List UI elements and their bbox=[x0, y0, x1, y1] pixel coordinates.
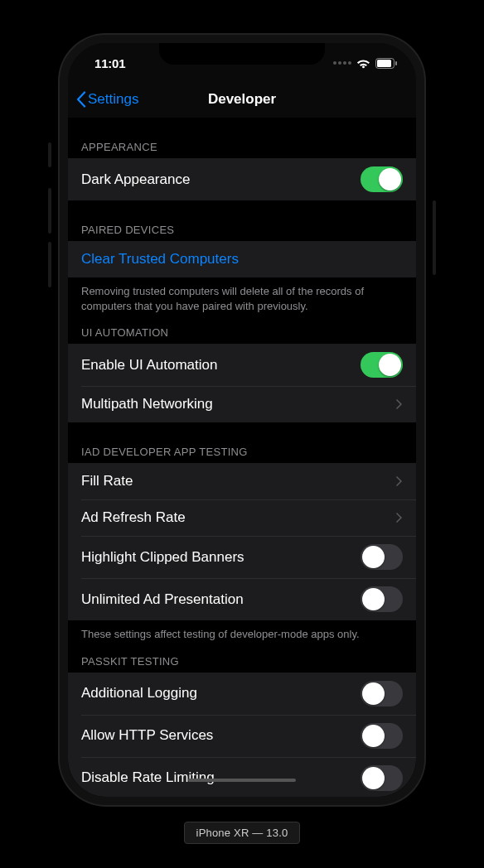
row-label: Multipath Networking bbox=[81, 396, 213, 412]
device-frame: 11:01 Settings Developer bbox=[60, 35, 424, 805]
svg-rect-2 bbox=[395, 61, 397, 65]
chevron-right-icon bbox=[396, 512, 403, 523]
page-title: Developer bbox=[208, 91, 276, 108]
section-footer-iad: These settings affect testing of develop… bbox=[68, 620, 416, 647]
row-clear-trusted[interactable]: Clear Trusted Computers bbox=[68, 241, 416, 277]
section-header-passkit: PASSKIT TESTING bbox=[68, 647, 416, 673]
row-label: Ad Refresh Rate bbox=[81, 509, 186, 526]
section-header-iad: IAD DEVELOPER APP TESTING bbox=[68, 422, 416, 463]
toggle-unlimited-ad[interactable] bbox=[361, 586, 403, 612]
row-dark-appearance[interactable]: Dark Appearance bbox=[68, 158, 416, 200]
chevron-left-icon bbox=[75, 90, 86, 108]
toggle-additional-logging[interactable] bbox=[361, 681, 403, 706]
row-label: Clear Trusted Computers bbox=[81, 251, 239, 268]
chevron-right-icon bbox=[396, 475, 403, 487]
row-multipath-networking[interactable]: Multipath Networking bbox=[68, 386, 416, 422]
battery-icon bbox=[375, 58, 398, 69]
toggle-highlight-clipped[interactable] bbox=[361, 544, 403, 570]
row-label: Allow HTTP Services bbox=[81, 727, 213, 744]
row-allow-http[interactable]: Allow HTTP Services bbox=[68, 715, 416, 757]
row-label: Additional Logging bbox=[81, 685, 197, 702]
row-highlight-clipped[interactable]: Highlight Clipped Banners bbox=[68, 536, 416, 578]
cellular-dots-icon bbox=[333, 61, 351, 65]
row-fill-rate[interactable]: Fill Rate bbox=[68, 463, 416, 499]
row-label: Dark Appearance bbox=[81, 171, 190, 188]
row-label: Fill Rate bbox=[81, 473, 133, 489]
svg-rect-1 bbox=[377, 60, 391, 67]
section-header-appearance: APPEARANCE bbox=[68, 118, 416, 158]
toggle-dark-appearance[interactable] bbox=[361, 166, 403, 192]
row-enable-ui-automation[interactable]: Enable UI Automation bbox=[68, 344, 416, 386]
device-caption: iPhone XR — 13.0 bbox=[184, 822, 301, 844]
navigation-bar: Settings Developer bbox=[68, 81, 416, 118]
row-label: Highlight Clipped Banners bbox=[81, 549, 244, 566]
toggle-ui-automation[interactable] bbox=[361, 352, 403, 378]
toggle-allow-http[interactable] bbox=[361, 723, 403, 749]
silence-switch bbox=[48, 142, 51, 167]
row-unlimited-ad[interactable]: Unlimited Ad Presentation bbox=[68, 578, 416, 620]
back-label: Settings bbox=[88, 91, 138, 108]
row-label: Enable UI Automation bbox=[81, 357, 217, 374]
scroll-indicator bbox=[188, 779, 296, 782]
settings-content: APPEARANCE Dark Appearance PAIRED DEVICE… bbox=[68, 118, 416, 797]
row-disable-rate-limiting[interactable]: Disable Rate Limiting bbox=[68, 757, 416, 797]
section-footer-paired: Removing trusted computers will delete a… bbox=[68, 277, 416, 318]
side-button bbox=[433, 200, 436, 275]
row-additional-logging[interactable]: Additional Logging bbox=[68, 673, 416, 715]
row-ad-refresh-rate[interactable]: Ad Refresh Rate bbox=[68, 499, 416, 536]
chevron-right-icon bbox=[396, 398, 403, 410]
toggle-rate-limiting[interactable] bbox=[361, 765, 403, 791]
volume-up-button bbox=[48, 188, 51, 234]
back-button[interactable]: Settings bbox=[75, 90, 138, 108]
row-label: Unlimited Ad Presentation bbox=[81, 591, 244, 608]
volume-down-button bbox=[48, 242, 51, 287]
notch bbox=[159, 41, 325, 65]
section-header-paired: PAIRED DEVICES bbox=[68, 200, 416, 241]
status-time: 11:01 bbox=[94, 56, 125, 70]
wifi-icon bbox=[356, 58, 370, 69]
section-header-ui-automation: UI AUTOMATION bbox=[68, 318, 416, 344]
